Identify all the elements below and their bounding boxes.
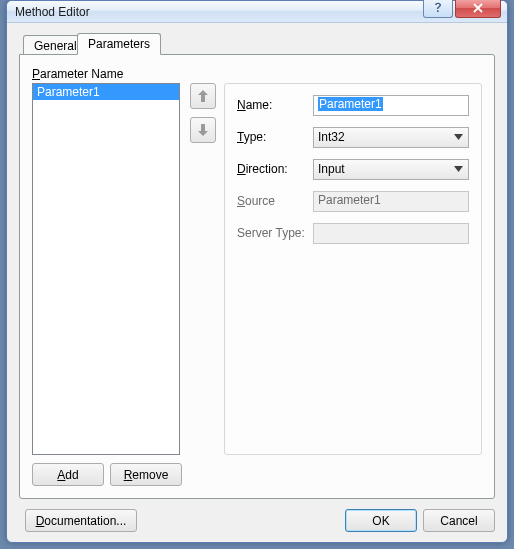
direction-combobox[interactable]: Input xyxy=(313,159,469,180)
tab-strip: General Parameters xyxy=(19,33,495,55)
titlebar[interactable]: Method Editor xyxy=(7,1,507,23)
parameter-detail-panel: Name: Parameter1 Type: Int32 xyxy=(224,83,482,455)
parameter-listbox[interactable]: Parameter1 xyxy=(32,83,180,455)
type-label: Type: xyxy=(237,130,313,144)
help-button[interactable] xyxy=(423,0,453,18)
move-down-button[interactable] xyxy=(190,117,216,143)
move-up-button[interactable] xyxy=(190,83,216,109)
server-type-label: Server Type: xyxy=(237,226,313,240)
remove-button[interactable]: Remove xyxy=(110,463,182,486)
client-area: General Parameters Parameter Name Parame… xyxy=(7,23,507,542)
dialog-footer: Documentation... OK Cancel xyxy=(19,509,495,532)
tab-parameters[interactable]: Parameters xyxy=(77,33,161,55)
method-editor-dialog: Method Editor General Parameters Paramet… xyxy=(6,0,508,543)
server-type-input xyxy=(313,223,469,244)
chevron-down-icon xyxy=(451,134,466,140)
window-title: Method Editor xyxy=(7,5,423,19)
type-combobox[interactable]: Int32 xyxy=(313,127,469,148)
list-item[interactable]: Parameter1 xyxy=(33,84,179,100)
chevron-down-icon xyxy=(451,166,466,172)
source-input: Parameter1 xyxy=(313,191,469,212)
cancel-button[interactable]: Cancel xyxy=(423,509,495,532)
name-input[interactable]: Parameter1 xyxy=(313,95,469,116)
arrow-up-icon xyxy=(197,89,209,103)
arrow-down-icon xyxy=(197,123,209,137)
tab-panel-parameters: Parameter Name Parameter1 Add Remove xyxy=(19,54,495,499)
source-label: Source xyxy=(237,194,313,208)
name-label: Name: xyxy=(237,98,313,112)
direction-label: Direction: xyxy=(237,162,313,176)
ok-button[interactable]: OK xyxy=(345,509,417,532)
documentation-button[interactable]: Documentation... xyxy=(25,509,137,532)
add-button[interactable]: Add xyxy=(32,463,104,486)
parameter-list-header: Parameter Name xyxy=(32,67,482,81)
close-button[interactable] xyxy=(455,0,501,18)
